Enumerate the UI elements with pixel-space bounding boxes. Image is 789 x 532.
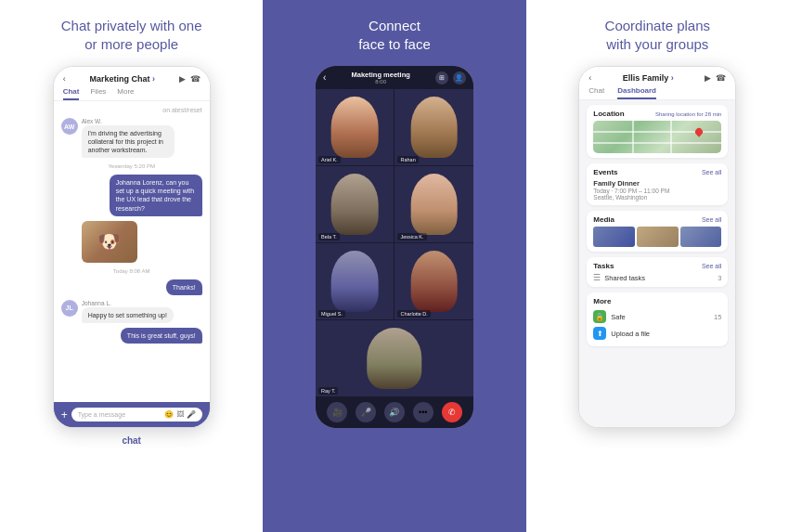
media-thumbnail[interactable] [637,227,679,247]
great-stuff-row: This is great stuff, guys! [61,328,202,344]
video-header-icons: ⊞ 👤 [435,71,466,84]
video-duration: 8:00 [375,79,386,84]
participant-name: Rahan [397,156,418,163]
participants-icon[interactable]: 👤 [453,71,466,84]
mic-icon: 🎤 [361,408,371,417]
media-header: Media See all [593,215,721,224]
tab-group-chat[interactable]: Chat [589,86,604,99]
events-see-all[interactable]: See all [702,169,721,175]
event-item: Family Dinner Today · 7:00 PM – 11:00 PM… [593,179,721,201]
media-thumbnail[interactable] [593,227,635,247]
camera-button[interactable]: 🎥 [327,402,347,422]
group-back-button[interactable]: ‹ [589,73,591,83]
location-map[interactable] [593,121,721,153]
video-back-button[interactable]: ‹ [323,72,326,83]
video-cell: Bela T. [316,166,394,242]
more-left: 🔒 Safe [593,310,625,323]
chat-title: Marketing Chat › [89,74,155,84]
sender-name: Alex W. [82,118,175,124]
person-silhouette [331,251,379,312]
message-input[interactable]: Type a message 😊 🖼 🎤 [71,408,202,422]
add-button[interactable]: + [61,409,68,422]
location-label: Location [593,110,624,118]
tab-more[interactable]: More [117,87,134,100]
upload-label: Upload a file [611,330,650,338]
tab-dashboard[interactable]: Dashboard [617,86,656,99]
end-call-button[interactable]: ✆ [442,402,462,422]
group-video-icon[interactable]: ▶ [705,73,711,83]
message-bubble: I'm driving the advertising collateral f… [82,125,175,158]
participant-name: Miguel S. [318,310,345,318]
media-grid [593,227,721,247]
video-call-icon[interactable]: ▶ [179,74,186,84]
speaker-button[interactable]: 🔊 [384,402,405,422]
thanks-row: Thanks! [61,279,202,295]
video-cell: Miguel S. [316,243,394,319]
sent-message-row: Johanna Lorenz, can you set up a quick m… [61,175,202,215]
tasks-see-all[interactable]: See all [702,263,721,269]
speaker-icon: 🔊 [389,408,399,417]
emoji-icon[interactable]: 😊 [164,410,174,419]
person-silhouette [410,97,458,158]
grid-icon[interactable]: ⊞ [435,71,448,84]
task-list-icon: ☰ [593,273,601,282]
video-controls: 🎥 🎤 🔊 ••• ✆ [316,396,473,428]
video-header: ‹ Maketing meeting 8:00 ⊞ 👤 [316,66,473,89]
task-left: ☰ Shared tasks [593,273,645,282]
dog-photo: 🐶 [97,230,121,253]
camera-icon: 🎥 [332,408,343,417]
message-image: 🐶 [82,221,137,263]
participant-name: Jessica K. [397,233,426,240]
safe-count: 15 [714,313,721,321]
person-silhouette [331,97,379,158]
events-header: Events See all [593,168,721,176]
phone-icon[interactable]: ☎ [190,74,200,84]
tab-files[interactable]: Files [90,87,106,100]
person-silhouette [410,174,458,235]
more-header: More [593,297,721,305]
end-call-icon: ✆ [448,408,456,417]
event-name: Family Dinner [593,179,721,188]
person-silhouette [367,328,422,389]
more-button[interactable]: ••• [413,402,433,422]
media-section: Media See all [587,211,728,252]
timestamp: Yesterday 5:20 PM [61,163,202,169]
upload-icon[interactable]: ⬆ [593,327,606,340]
sent-bubble: Johanna Lorenz, can you set up a quick m… [110,175,202,215]
panel-chat: Chat privately with one or more people ‹… [0,0,263,532]
media-see-all[interactable]: See all [702,216,721,223]
avatar-jl: JL [61,300,78,317]
chat-phone-inner: ‹ Marketing Chat › ▶ ☎ Chat Files [54,67,210,427]
ellipsis-icon: ••• [419,408,427,417]
message-row: AW Alex W. I'm driving the advertising c… [61,118,202,158]
panel-groups: Coordinate plans with your groups ‹ Elli… [526,0,789,532]
more-section: More 🔒 Safe 15 ⬆ Upload [587,292,728,346]
panel3-title: Coordinate plans with your groups [564,17,750,53]
tab-chat[interactable]: Chat [63,87,80,100]
mute-button[interactable]: 🎤 [356,402,376,422]
video-cell: Rahan [394,89,473,165]
map-grid [593,121,721,153]
phone-frame-chat: ‹ Marketing Chat › ▶ ☎ Chat Files [53,66,211,428]
main-container: Chat privately with one or more people ‹… [0,0,789,532]
tasks-section: Tasks See all ☰ Shared tasks 3 [587,257,728,287]
johanna-row: JL Johanna L. Happy to set something up! [61,300,202,323]
event-time: Today · 7:00 PM – 11:00 PM [593,188,721,194]
participant-name: Charlotte D. [397,310,430,318]
video-grid: Ariel K. Rahan Bela T. Jessica K. [316,89,473,396]
group-phone-icon[interactable]: ☎ [716,73,726,83]
mic-icon[interactable]: 🎤 [187,410,196,419]
more-item-safe: 🔒 Safe 15 [593,308,721,325]
participant-name: Ariel K. [318,156,341,163]
location-section: Location Sharing location for 28 min [587,105,728,158]
chat-messages: on atest/reset AW Alex W. I'm driving th… [54,101,210,402]
avatar: AW [61,118,78,135]
great-stuff-bubble: This is great stuff, guys! [121,328,202,344]
task-item: ☰ Shared tasks 3 [593,273,721,282]
map-road [593,142,721,144]
timestamp-2: Today 8:08 AM [61,268,202,274]
chat-back-button[interactable]: ‹ [63,74,66,84]
image-icon[interactable]: 🖼 [176,410,184,419]
more-item-upload: ⬆ Upload a file [593,325,721,342]
media-thumbnail[interactable] [680,227,722,247]
